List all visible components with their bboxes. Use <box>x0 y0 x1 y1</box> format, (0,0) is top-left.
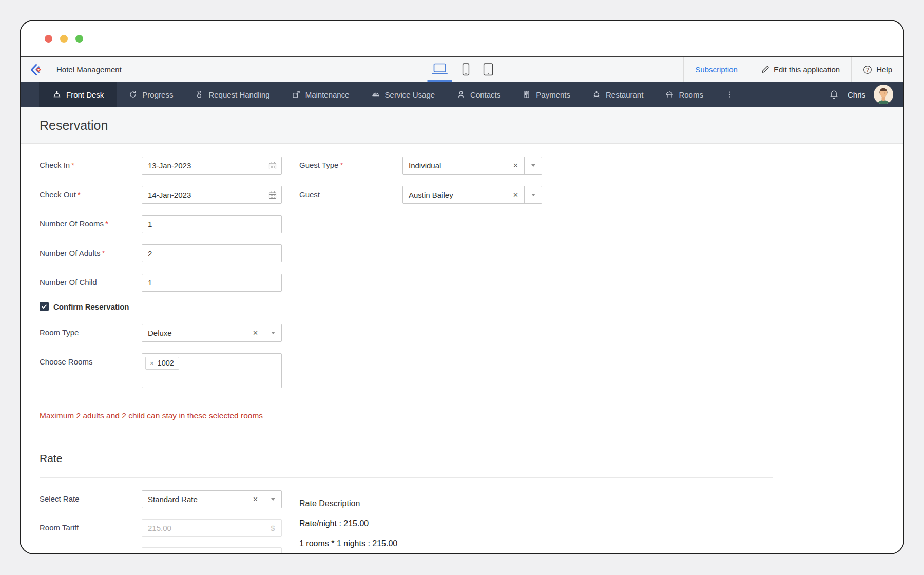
choose-rooms-input[interactable]: × 1002 <box>142 353 282 388</box>
app-window: Hotel Management <box>20 20 904 554</box>
confirm-reservation-checkbox[interactable] <box>40 302 49 311</box>
tax-amount-input[interactable]: 0.00 $ <box>142 547 282 554</box>
number-of-adults-input[interactable]: 2 <box>142 244 282 262</box>
room-type-select[interactable]: Deluxe ✕ <box>142 324 282 342</box>
number-of-child-input[interactable]: 1 <box>142 274 282 292</box>
cloche-icon <box>592 90 601 99</box>
chevron-down-icon <box>531 194 535 196</box>
zoom-button[interactable] <box>75 35 83 43</box>
tablet-view-button[interactable] <box>484 57 493 82</box>
user-avatar[interactable] <box>874 85 893 104</box>
tab-progress[interactable]: Progress <box>128 82 173 107</box>
tab-payments[interactable]: Payments <box>522 82 570 107</box>
rate-total: 1 rooms * 1 nights : 215.00 <box>299 539 397 548</box>
help-icon: ? <box>863 65 872 74</box>
kebab-menu-icon <box>725 90 734 99</box>
room-chip: × 1002 <box>145 357 179 370</box>
confirm-reservation-label: Confirm Reservation <box>53 302 129 311</box>
cash-register-icon <box>522 90 531 99</box>
rate-section-title: Rate <box>40 452 62 465</box>
guest-select[interactable]: Austin Bailey ✕ <box>402 186 542 204</box>
medal-icon <box>195 90 204 99</box>
dropdown-toggle[interactable] <box>524 186 542 203</box>
room-type-label: Room Type <box>40 328 79 337</box>
canopy-icon <box>665 90 674 99</box>
tab-front-desk[interactable]: Front Desk <box>39 82 117 107</box>
service-bell-icon <box>52 90 62 99</box>
tablet-icon <box>484 63 493 76</box>
clear-icon[interactable]: ✕ <box>247 495 264 503</box>
check-out-input[interactable]: 14-Jan-2023 <box>142 186 282 204</box>
dollar-icon: $ <box>264 520 281 536</box>
app-toolbar: Hotel Management <box>21 56 903 82</box>
guest-type-label: Guest Type* <box>299 161 343 169</box>
dropdown-toggle[interactable] <box>264 324 281 341</box>
app-title: Hotel Management <box>56 65 122 74</box>
phone-view-button[interactable] <box>463 57 470 82</box>
laptop-icon <box>431 63 449 76</box>
check-out-label: Check Out* <box>40 190 81 199</box>
dropdown-toggle[interactable] <box>524 157 542 174</box>
tab-rooms[interactable]: Rooms <box>665 82 703 107</box>
guest-type-select[interactable]: Individual ✕ <box>402 157 542 175</box>
check-in-label: Check In* <box>40 161 74 169</box>
tab-contacts[interactable]: Contacts <box>456 82 500 107</box>
chip-remove-icon[interactable]: × <box>150 359 154 367</box>
reservation-form: Check In* 13-Jan-2023 Guest Type* Indivi… <box>21 144 903 553</box>
check-in-input[interactable]: 13-Jan-2023 <box>142 157 282 175</box>
capacity-warning: Maximum 2 adults and 2 child can stay in… <box>40 411 263 420</box>
dollar-icon: $ <box>264 548 281 554</box>
creator-logo-icon[interactable] <box>21 57 50 82</box>
chevron-down-icon <box>531 164 535 167</box>
calendar-icon[interactable] <box>268 191 277 199</box>
clear-icon[interactable]: ✕ <box>507 162 524 169</box>
hard-hat-icon <box>371 90 380 99</box>
clear-icon[interactable]: ✕ <box>247 329 264 337</box>
number-of-adults-label: Number Of Adults* <box>40 248 105 257</box>
chevron-down-icon <box>271 498 275 501</box>
more-tabs-button[interactable] <box>725 82 734 107</box>
svg-text:?: ? <box>866 67 869 72</box>
guest-label: Guest <box>299 190 320 199</box>
calendar-icon[interactable] <box>268 162 277 170</box>
desktop-view-button[interactable] <box>431 57 449 82</box>
room-tariff-label: Room Tariff <box>40 523 79 532</box>
tab-request-handling[interactable]: Request Handling <box>195 82 270 107</box>
box-arrow-icon <box>292 90 301 99</box>
help-button[interactable]: ? Help <box>851 57 903 82</box>
subscription-link[interactable]: Subscription <box>683 57 749 82</box>
sync-icon <box>128 90 138 99</box>
window-titlebar <box>21 21 903 56</box>
phone-icon <box>463 63 470 76</box>
number-of-child-label: Number Of Child <box>40 278 97 286</box>
choose-rooms-label: Choose Rooms <box>40 357 92 366</box>
chevron-down-icon <box>271 332 275 334</box>
room-tariff-input: 215.00 $ <box>142 519 282 537</box>
tax-amount-label: Tax Amount <box>40 551 80 554</box>
notification-bell-icon[interactable] <box>829 89 839 100</box>
number-of-rooms-input[interactable]: 1 <box>142 215 282 233</box>
main-navbar: Front Desk Progress Request Handling Mai… <box>21 82 903 107</box>
close-button[interactable] <box>45 35 52 43</box>
page-title: Reservation <box>21 107 903 144</box>
pencil-icon <box>761 65 769 74</box>
tab-maintenance[interactable]: Maintenance <box>292 82 350 107</box>
rate-divider <box>40 477 773 478</box>
user-name: Chris <box>848 90 865 99</box>
rate-description-heading: Rate Description <box>299 499 360 508</box>
clear-icon[interactable]: ✕ <box>507 191 524 199</box>
person-icon <box>456 90 466 99</box>
dropdown-toggle[interactable] <box>264 491 281 508</box>
rate-per-night: Rate/night : 215.00 <box>299 519 369 528</box>
select-rate-label: Select Rate <box>40 494 80 503</box>
select-rate-select[interactable]: Standard Rate ✕ <box>142 490 282 508</box>
minimize-button[interactable] <box>60 35 68 43</box>
edit-application-button[interactable]: Edit this application <box>749 57 851 82</box>
number-of-rooms-label: Number Of Rooms* <box>40 219 108 228</box>
check-icon <box>41 303 47 310</box>
tab-service-usage[interactable]: Service Usage <box>371 82 435 107</box>
tab-restaurant[interactable]: Restaurant <box>592 82 643 107</box>
